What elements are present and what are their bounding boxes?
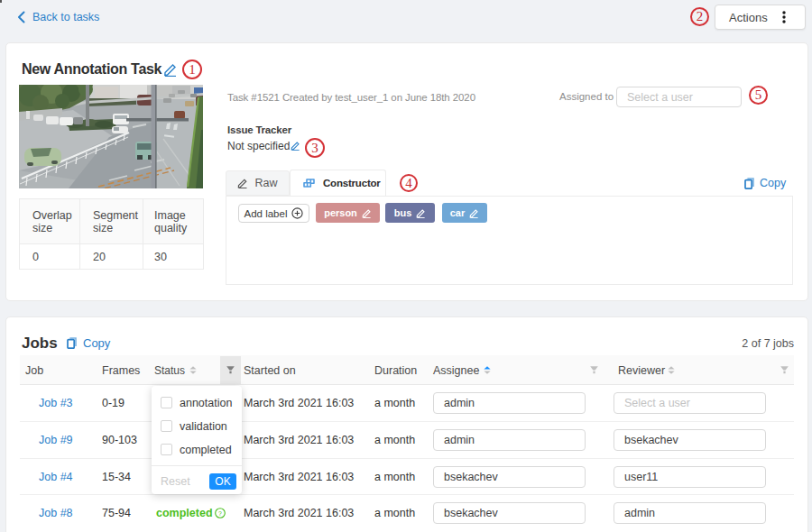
svg-text:?: ? xyxy=(218,510,222,517)
